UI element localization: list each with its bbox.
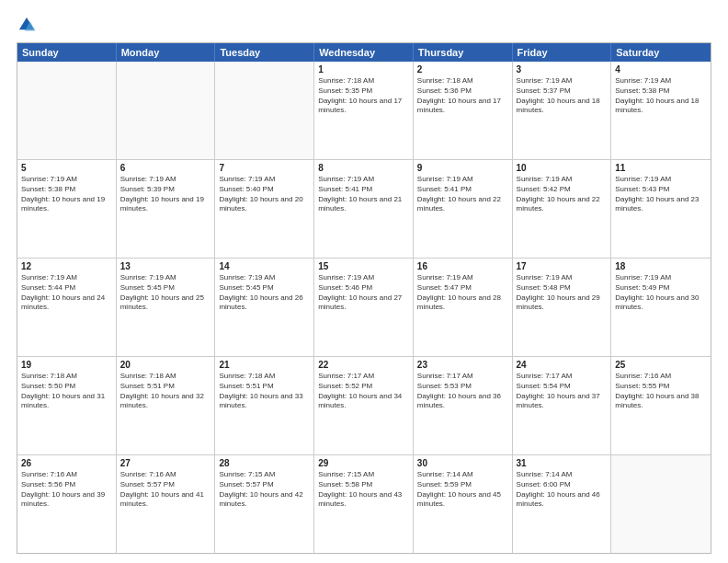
day-number: 23 [417, 360, 508, 370]
cal-week-1: 1Sunrise: 7:18 AM Sunset: 5:35 PM Daylig… [17, 62, 711, 159]
day-info: Sunrise: 7:17 AM Sunset: 5:52 PM Dayligh… [318, 372, 409, 411]
cal-header-monday: Monday [117, 43, 216, 62]
calendar-body: 1Sunrise: 7:18 AM Sunset: 5:35 PM Daylig… [17, 62, 711, 553]
cal-day-28: 28Sunrise: 7:15 AM Sunset: 5:57 PM Dayli… [215, 455, 314, 553]
cal-day-8: 8Sunrise: 7:19 AM Sunset: 5:41 PM Daylig… [314, 160, 414, 258]
day-number: 22 [318, 360, 409, 370]
calendar-header-row: SundayMondayTuesdayWednesdayThursdayFrid… [17, 43, 711, 62]
cal-header-saturday: Saturday [611, 43, 711, 62]
cal-week-4: 19Sunrise: 7:18 AM Sunset: 5:50 PM Dayli… [17, 356, 711, 454]
cal-day-1: 1Sunrise: 7:18 AM Sunset: 5:35 PM Daylig… [314, 62, 414, 159]
cal-day-14: 14Sunrise: 7:19 AM Sunset: 5:45 PM Dayli… [215, 259, 314, 356]
day-info: Sunrise: 7:18 AM Sunset: 5:35 PM Dayligh… [318, 76, 409, 116]
cal-day-5: 5Sunrise: 7:19 AM Sunset: 5:38 PM Daylig… [17, 160, 117, 258]
day-number: 24 [517, 360, 608, 370]
day-info: Sunrise: 7:19 AM Sunset: 5:41 PM Dayligh… [318, 175, 409, 214]
day-info: Sunrise: 7:18 AM Sunset: 5:36 PM Dayligh… [417, 76, 508, 116]
day-info: Sunrise: 7:19 AM Sunset: 5:38 PM Dayligh… [21, 175, 112, 214]
calendar: SundayMondayTuesdayWednesdayThursdayFrid… [17, 42, 711, 554]
day-info: Sunrise: 7:16 AM Sunset: 5:55 PM Dayligh… [615, 372, 707, 411]
day-number: 29 [318, 458, 409, 468]
cal-day-11: 11Sunrise: 7:19 AM Sunset: 5:43 PM Dayli… [611, 160, 711, 258]
cal-day-18: 18Sunrise: 7:19 AM Sunset: 5:49 PM Dayli… [611, 259, 711, 356]
day-info: Sunrise: 7:17 AM Sunset: 5:54 PM Dayligh… [517, 372, 608, 411]
cal-day-12: 12Sunrise: 7:19 AM Sunset: 5:44 PM Dayli… [17, 259, 117, 356]
day-number: 21 [219, 360, 310, 370]
day-number: 28 [219, 458, 310, 468]
day-number: 14 [219, 261, 310, 271]
cal-day-10: 10Sunrise: 7:19 AM Sunset: 5:42 PM Dayli… [513, 160, 612, 258]
day-info: Sunrise: 7:16 AM Sunset: 5:56 PM Dayligh… [21, 470, 112, 510]
day-number: 2 [417, 64, 508, 75]
cal-day-3: 3Sunrise: 7:19 AM Sunset: 5:37 PM Daylig… [513, 62, 612, 159]
cal-day-29: 29Sunrise: 7:15 AM Sunset: 5:58 PM Dayli… [314, 455, 414, 553]
day-number: 31 [517, 458, 608, 468]
day-info: Sunrise: 7:18 AM Sunset: 5:51 PM Dayligh… [120, 372, 211, 411]
cal-day-19: 19Sunrise: 7:18 AM Sunset: 5:50 PM Dayli… [17, 357, 117, 454]
day-info: Sunrise: 7:19 AM Sunset: 5:47 PM Dayligh… [417, 273, 508, 313]
day-number: 13 [120, 261, 211, 271]
cal-week-3: 12Sunrise: 7:19 AM Sunset: 5:44 PM Dayli… [17, 258, 711, 356]
cal-day-2: 2Sunrise: 7:18 AM Sunset: 5:36 PM Daylig… [414, 62, 513, 159]
cal-day-20: 20Sunrise: 7:18 AM Sunset: 5:51 PM Dayli… [117, 357, 216, 454]
day-number: 16 [417, 261, 508, 271]
day-info: Sunrise: 7:19 AM Sunset: 5:44 PM Dayligh… [21, 273, 112, 313]
cal-day-4: 4Sunrise: 7:19 AM Sunset: 5:38 PM Daylig… [611, 62, 711, 159]
day-number: 7 [219, 163, 310, 173]
day-number: 1 [318, 64, 409, 75]
cal-day-15: 15Sunrise: 7:19 AM Sunset: 5:46 PM Dayli… [314, 259, 414, 356]
cal-day-26: 26Sunrise: 7:16 AM Sunset: 5:56 PM Dayli… [17, 455, 117, 553]
cal-day-9: 9Sunrise: 7:19 AM Sunset: 5:41 PM Daylig… [414, 160, 513, 258]
day-info: Sunrise: 7:19 AM Sunset: 5:38 PM Dayligh… [615, 76, 707, 116]
day-info: Sunrise: 7:19 AM Sunset: 5:43 PM Dayligh… [615, 175, 707, 214]
day-info: Sunrise: 7:19 AM Sunset: 5:49 PM Dayligh… [615, 273, 707, 313]
day-info: Sunrise: 7:19 AM Sunset: 5:40 PM Dayligh… [219, 175, 310, 214]
day-info: Sunrise: 7:19 AM Sunset: 5:45 PM Dayligh… [120, 273, 211, 313]
day-number: 5 [21, 163, 112, 173]
cal-day-13: 13Sunrise: 7:19 AM Sunset: 5:45 PM Dayli… [117, 259, 216, 356]
page: SundayMondayTuesdayWednesdayThursdayFrid… [0, 0, 728, 563]
cal-day-24: 24Sunrise: 7:17 AM Sunset: 5:54 PM Dayli… [513, 357, 612, 454]
cal-day-16: 16Sunrise: 7:19 AM Sunset: 5:47 PM Dayli… [414, 259, 513, 356]
day-number: 10 [517, 163, 608, 173]
day-number: 20 [120, 360, 211, 370]
header [17, 15, 711, 35]
day-info: Sunrise: 7:19 AM Sunset: 5:45 PM Dayligh… [219, 273, 310, 313]
cal-week-5: 26Sunrise: 7:16 AM Sunset: 5:56 PM Dayli… [17, 454, 711, 553]
cal-day-23: 23Sunrise: 7:17 AM Sunset: 5:53 PM Dayli… [414, 357, 513, 454]
day-number: 8 [318, 163, 409, 173]
cal-day-6: 6Sunrise: 7:19 AM Sunset: 5:39 PM Daylig… [117, 160, 216, 258]
cal-week-2: 5Sunrise: 7:19 AM Sunset: 5:38 PM Daylig… [17, 159, 711, 258]
cal-empty-cell [611, 455, 711, 553]
day-number: 12 [21, 261, 112, 271]
cal-day-7: 7Sunrise: 7:19 AM Sunset: 5:40 PM Daylig… [215, 160, 314, 258]
day-number: 9 [417, 163, 508, 173]
cal-header-tuesday: Tuesday [215, 43, 314, 62]
day-number: 17 [517, 261, 608, 271]
day-info: Sunrise: 7:15 AM Sunset: 5:58 PM Dayligh… [318, 470, 409, 510]
day-number: 11 [615, 163, 707, 173]
day-info: Sunrise: 7:18 AM Sunset: 5:51 PM Dayligh… [219, 372, 310, 411]
cal-day-30: 30Sunrise: 7:14 AM Sunset: 5:59 PM Dayli… [414, 455, 513, 553]
day-info: Sunrise: 7:19 AM Sunset: 5:41 PM Dayligh… [417, 175, 508, 214]
day-number: 4 [615, 64, 707, 75]
cal-header-sunday: Sunday [17, 43, 117, 62]
day-number: 27 [120, 458, 211, 468]
cal-day-21: 21Sunrise: 7:18 AM Sunset: 5:51 PM Dayli… [215, 357, 314, 454]
logo [17, 15, 39, 35]
day-number: 25 [615, 360, 707, 370]
day-info: Sunrise: 7:19 AM Sunset: 5:42 PM Dayligh… [517, 175, 608, 214]
day-info: Sunrise: 7:14 AM Sunset: 5:59 PM Dayligh… [417, 470, 508, 510]
day-info: Sunrise: 7:19 AM Sunset: 5:46 PM Dayligh… [318, 273, 409, 313]
cal-header-thursday: Thursday [414, 43, 513, 62]
day-number: 3 [517, 64, 608, 75]
day-info: Sunrise: 7:19 AM Sunset: 5:48 PM Dayligh… [517, 273, 608, 313]
day-number: 18 [615, 261, 707, 271]
day-number: 30 [417, 458, 508, 468]
cal-day-17: 17Sunrise: 7:19 AM Sunset: 5:48 PM Dayli… [513, 259, 612, 356]
cal-header-wednesday: Wednesday [314, 43, 414, 62]
day-info: Sunrise: 7:17 AM Sunset: 5:53 PM Dayligh… [417, 372, 508, 411]
cal-empty-cell [17, 62, 117, 159]
day-info: Sunrise: 7:18 AM Sunset: 5:50 PM Dayligh… [21, 372, 112, 411]
day-number: 26 [21, 458, 112, 468]
